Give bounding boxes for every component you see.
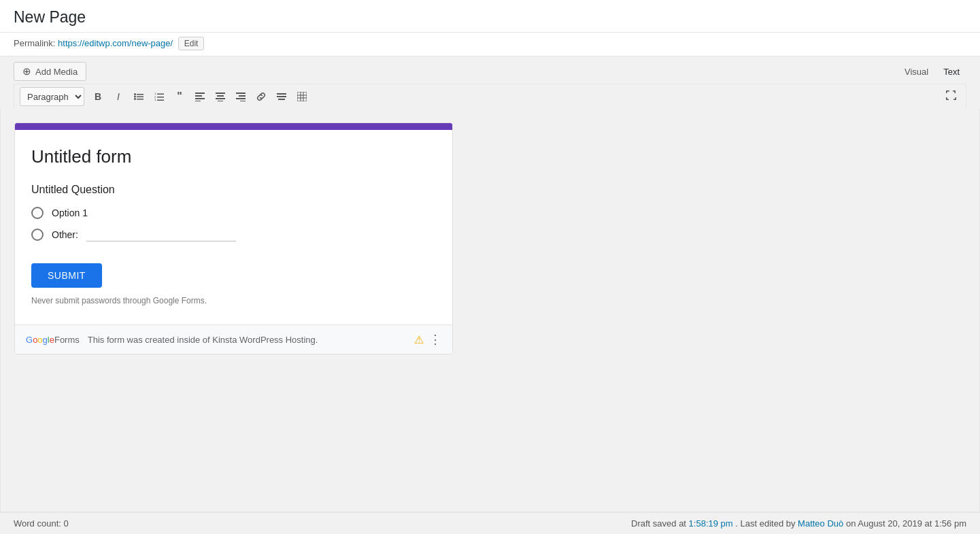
form-question: Untitled Question [31,184,436,196]
google-brand-text: Google [26,335,54,345]
form-header-bar [15,123,452,130]
word-count-number: 0 [63,518,68,529]
italic-button[interactable]: I [109,87,128,106]
ordered-list-button[interactable]: 1. 2. 3. [150,87,169,106]
other-text-input[interactable] [86,227,236,241]
blockquote-button[interactable]: " [170,87,189,106]
permalink-edit-button[interactable]: Edit [178,37,205,50]
svg-rect-14 [195,98,205,99]
svg-point-4 [134,98,136,100]
svg-rect-13 [195,95,202,97]
link-button[interactable] [252,87,271,106]
permalink-label: Permalink: [14,38,55,48]
more-options-icon[interactable]: ⋮ [429,332,441,347]
google-form-embed: Untitled form Untitled Question Option 1… [14,122,453,354]
google-forms-logo: Google Forms [26,335,80,345]
never-submit-notice: Never submit passwords through Google Fo… [31,296,436,305]
svg-rect-1 [137,94,143,95]
visual-tab[interactable]: Visual [898,64,935,80]
permalink-url[interactable]: https://editwp.com/new-page/ [58,38,173,48]
radio-option-other[interactable] [31,229,44,241]
svg-rect-19 [218,101,223,101]
add-media-icon: ⊕ [22,65,31,78]
svg-rect-9 [157,97,164,98]
svg-rect-20 [236,93,246,94]
status-bar: Word count: 0 Draft saved at 1:58:19 pm … [0,512,980,534]
svg-point-2 [134,96,136,98]
svg-point-0 [134,93,136,95]
svg-rect-26 [278,99,285,100]
form-footer: Google Forms This form was created insid… [15,324,452,354]
svg-rect-7 [157,94,164,95]
add-media-button[interactable]: ⊕ Add Media [14,62,86,81]
draft-text: Draft saved at [631,518,686,529]
fullscreen-button[interactable] [941,87,960,106]
svg-rect-5 [137,99,143,100]
svg-rect-11 [157,100,164,101]
svg-rect-22 [236,98,246,99]
svg-rect-24 [277,93,286,95]
paragraph-select[interactable]: Paragraph Heading 1 Heading 2 Heading 3 [20,87,84,106]
svg-rect-17 [217,95,224,97]
word-count-label: Word count: [14,518,61,529]
svg-rect-18 [216,98,225,99]
page-title-input[interactable] [14,8,966,27]
form-option-1: Option 1 [31,207,436,219]
save-status-area: Draft saved at 1:58:19 pm . Last edited … [631,518,966,529]
align-left-button[interactable] [190,87,209,106]
forms-text: Forms [54,335,80,345]
text-tab[interactable]: Text [936,64,966,80]
horizontal-rule-button[interactable] [272,87,291,106]
editor-name-link[interactable]: Matteo Duò [798,518,843,529]
unordered-list-button[interactable] [129,87,148,106]
last-edited-text: . Last edited by [735,518,795,529]
editor-content-area[interactable]: Untitled form Untitled Question Option 1… [0,109,980,512]
svg-text:3.: 3. [154,98,156,101]
bold-button[interactable]: B [88,87,107,106]
draft-time-link[interactable]: 1:58:19 pm [689,518,733,529]
svg-rect-27 [297,92,307,101]
form-option-other: Other: [31,227,436,241]
word-count-area: Word count: 0 [14,518,69,529]
footer-icons: ⚠ ⋮ [414,332,441,347]
option-other-label: Other: [52,229,78,240]
add-media-label: Add Media [35,67,78,77]
table-button[interactable] [292,87,311,106]
editor-mode-tabs: Visual Text [898,64,966,80]
align-center-button[interactable] [211,87,230,106]
warning-icon: ⚠ [414,333,424,346]
svg-rect-23 [240,101,246,101]
align-right-button[interactable] [231,87,250,106]
option-1-label: Option 1 [52,207,88,218]
svg-rect-21 [239,95,246,97]
svg-rect-25 [277,96,286,97]
svg-rect-15 [195,101,201,101]
svg-rect-3 [137,97,143,98]
submit-button[interactable]: SUBMIT [31,263,102,288]
form-title: Untitled form [31,146,436,167]
svg-rect-16 [216,93,225,94]
radio-option-1[interactable] [31,207,44,219]
svg-rect-12 [195,93,205,94]
format-toolbar: Paragraph Heading 1 Heading 2 Heading 3 … [14,84,966,109]
footer-created-text: This form was created inside of Kinsta W… [88,335,406,345]
on-date-text: on August 20, 2019 at 1:56 pm [846,518,966,529]
